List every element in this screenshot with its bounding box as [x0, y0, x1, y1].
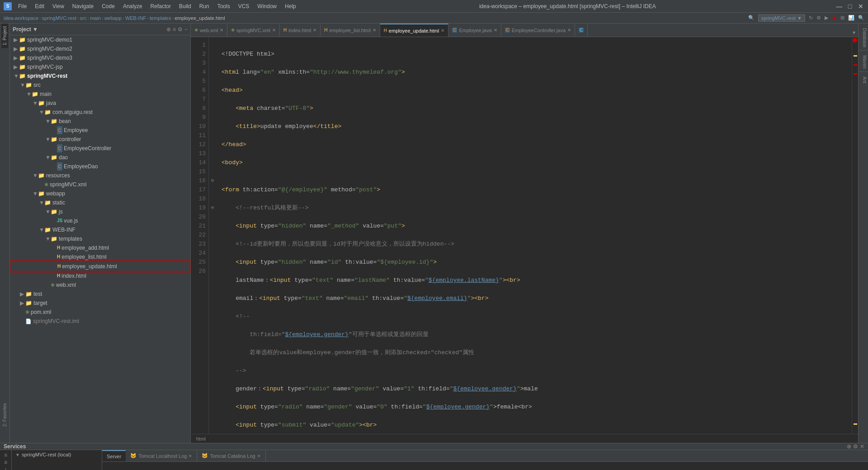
- menu-window[interactable]: Window: [254, 2, 280, 10]
- services-action-1[interactable]: ⊕: [847, 443, 851, 450]
- toolbar-action2[interactable]: ▶: [825, 15, 828, 21]
- tree-item-employeecontroller[interactable]: C EmployeeController: [10, 144, 190, 153]
- tree-item-com-atguigu-rest[interactable]: ▼ 📁 com.atguigu.rest: [10, 108, 190, 117]
- toolbar-springmvc-dropdown[interactable]: springMVC-rest ▼: [758, 14, 805, 22]
- menu-file[interactable]: File: [14, 2, 30, 10]
- tree-item-webapp[interactable]: ▼ 📁 webapp: [10, 189, 190, 198]
- breadcrumb-webapp[interactable]: webapp: [104, 15, 122, 21]
- tab-close-web-xml[interactable]: ✕: [220, 28, 223, 33]
- menu-code[interactable]: Code: [98, 2, 118, 10]
- tree-item-resources[interactable]: ▼ 📁 resources: [10, 171, 190, 180]
- svc-btn-3[interactable]: ↕: [5, 466, 7, 470]
- tree-item-employee[interactable]: C Employee: [10, 126, 190, 135]
- toolbar-action5[interactable]: 📊: [848, 15, 854, 21]
- tree-item-springmvc-rest[interactable]: ▼ 📁 springMVC-rest: [10, 71, 190, 81]
- menu-run[interactable]: Run: [196, 2, 213, 10]
- sidebar-locate-icon[interactable]: ⊕: [166, 26, 171, 33]
- tree-item-iml[interactable]: 📄 springMVC-rest.iml: [10, 317, 190, 326]
- code-content[interactable]: <!DOCTYPE html> <html lang="en" xmlns:th…: [216, 37, 852, 434]
- maximize-button[interactable]: □: [846, 3, 854, 10]
- tree-item-vuejs[interactable]: JS vue.js: [10, 216, 190, 225]
- breadcrumb-springmvc-rest[interactable]: springMVC-rest: [42, 15, 76, 21]
- tab-close-employee-list[interactable]: ✕: [373, 28, 376, 33]
- tab-employee-list[interactable]: H employee_list.html ✕: [321, 24, 380, 37]
- tab-employee-java[interactable]: C Employee.java ✕: [448, 24, 501, 37]
- tree-item-templates[interactable]: ▼ 📁 templates: [10, 234, 190, 243]
- sidebar-gear-icon[interactable]: ⚙: [178, 26, 183, 33]
- tab-web-xml[interactable]: ✱ web.xml ✕: [191, 24, 227, 37]
- language-indicator[interactable]: html: [196, 436, 206, 442]
- toolbar-reload-icon[interactable]: ↻: [809, 15, 813, 21]
- tree-item-webinf[interactable]: ▼ 📁 WEB-INF: [10, 225, 190, 234]
- tab-close-springmvc-xml[interactable]: ✕: [272, 28, 276, 33]
- vtab-project[interactable]: 1: Project: [1, 24, 8, 48]
- right-panel-ant[interactable]: Ant: [859, 74, 868, 86]
- tree-item-employee-add[interactable]: H employee_add.html: [10, 243, 190, 252]
- menu-navigate[interactable]: Navigate: [69, 2, 97, 10]
- tree-item-bean[interactable]: ▼ 📁 bean: [10, 117, 190, 126]
- tree-item-static[interactable]: ▼ 📁 static: [10, 198, 190, 207]
- tree-item-employeedao[interactable]: C EmployeeDao: [10, 162, 190, 171]
- menu-refactor[interactable]: Refactor: [147, 2, 175, 10]
- tree-item-springmvc-jsp[interactable]: ▶ 📁 springMVC-jsp: [10, 62, 190, 71]
- tree-item-pom[interactable]: ✱ pom.xml: [10, 308, 190, 317]
- toolbar-action3[interactable]: ⏹: [832, 15, 837, 21]
- tree-item-springmvc-demo2[interactable]: ▶ 📁 springMVC-demo2: [10, 44, 190, 53]
- services-action-close[interactable]: ✕: [860, 443, 864, 450]
- sidebar-settings-icon[interactable]: ≡: [173, 26, 176, 33]
- right-panel-maven[interactable]: Maven: [859, 52, 868, 72]
- tab-springmvc-xml[interactable]: ✱ springMVC.xml ✕: [227, 24, 280, 37]
- tab-more-button[interactable]: ▾: [850, 28, 858, 37]
- tree-item-employee-update[interactable]: H employee_update.html: [10, 261, 190, 271]
- tree-item-java[interactable]: ▼ 📁 java: [10, 99, 190, 108]
- svc-btn-1[interactable]: ≡: [4, 452, 7, 458]
- service-tab-catalina-log[interactable]: 🐱 Tomcat Catalina Log ✕: [197, 450, 265, 461]
- vtab-favorites[interactable]: 2: Favorites: [1, 400, 8, 429]
- tree-item-dao[interactable]: ▼ 📁 dao: [10, 153, 190, 162]
- tree-item-js[interactable]: ▼ 📁 js: [10, 207, 190, 216]
- service-tab-localhost-log[interactable]: 🐱 Tomcat Localhost Log ✕: [126, 450, 197, 461]
- tab-extra[interactable]: C: [575, 24, 588, 37]
- minimize-button[interactable]: —: [835, 3, 843, 10]
- tree-item-employee-list[interactable]: H employee_list.html: [10, 252, 190, 261]
- menu-vcs[interactable]: VCS: [235, 2, 253, 10]
- tab-close-employeecontroller[interactable]: ✕: [567, 28, 571, 33]
- tab-index-html[interactable]: H index.html ✕: [280, 24, 321, 37]
- tree-item-springmvc-xml-res[interactable]: ✱ springMVC.xml: [10, 180, 190, 189]
- tree-item-src[interactable]: ▼ 📁 src: [10, 81, 190, 90]
- toolbar-search-icon[interactable]: 🔍: [748, 15, 755, 21]
- breadcrumb-templates[interactable]: templates: [150, 15, 171, 21]
- close-button[interactable]: ✕: [857, 3, 864, 10]
- right-panel-database[interactable]: Database: [859, 25, 868, 51]
- catalina-log-close[interactable]: ✕: [257, 454, 261, 458]
- menu-edit[interactable]: Edit: [31, 2, 48, 10]
- tree-item-springmvc-demo3[interactable]: ▶ 📁 springMVC-demo3: [10, 53, 190, 62]
- tab-employee-update[interactable]: H employee_update.html ✕: [380, 24, 449, 37]
- tree-item-web-xml[interactable]: ✱ web.xml: [10, 280, 190, 290]
- localhost-log-close[interactable]: ✕: [189, 454, 192, 458]
- menu-analyze[interactable]: Analyze: [119, 2, 146, 10]
- tree-item-main[interactable]: ▼ 📁 main: [10, 90, 190, 99]
- tab-close-employee-java[interactable]: ✕: [494, 28, 497, 33]
- menu-help[interactable]: Help: [281, 2, 300, 10]
- tree-item-springmvc-demo1[interactable]: ▶ 📁 springMVC-demo1: [10, 35, 190, 44]
- breadcrumb-main[interactable]: main: [90, 15, 101, 21]
- tree-item-test[interactable]: ▶ 📁 test: [10, 290, 190, 299]
- breadcrumb-webinf[interactable]: WEB-INF: [125, 15, 146, 21]
- breadcrumb-file[interactable]: employee_update.html: [175, 15, 225, 21]
- sidebar-collapse-icon[interactable]: −: [184, 26, 188, 33]
- tab-employeecontroller-java[interactable]: C EmployeeController.java ✕: [501, 24, 575, 37]
- menu-build[interactable]: Build: [175, 2, 195, 10]
- breadcrumb-idea-workspace[interactable]: idea-workspace: [4, 15, 38, 21]
- services-action-2[interactable]: ⚙: [853, 443, 858, 450]
- tab-close-index[interactable]: ✕: [313, 28, 316, 33]
- menu-view[interactable]: View: [49, 2, 68, 10]
- tab-close-employee-update[interactable]: ✕: [441, 28, 444, 33]
- svc-btn-2[interactable]: ≡: [4, 459, 7, 465]
- tree-item-index-html[interactable]: H index.html: [10, 271, 190, 280]
- service-tab-server[interactable]: Server: [102, 450, 126, 461]
- tree-item-controller[interactable]: ▼ 📁 controller: [10, 135, 190, 144]
- tree-item-target[interactable]: ▶ 📁 target: [10, 299, 190, 308]
- toolbar-action4[interactable]: ⊞: [840, 15, 844, 21]
- service-tree-item-springmvc[interactable]: ▼ springMVC-rest (local): [15, 452, 98, 457]
